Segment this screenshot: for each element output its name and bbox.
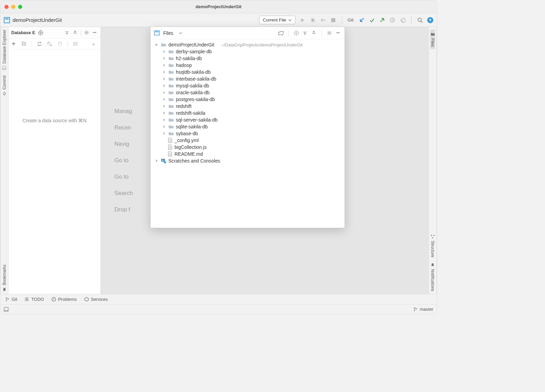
folder-icon <box>168 76 174 82</box>
refresh-icon[interactable] <box>37 41 42 47</box>
search-icon[interactable] <box>417 17 423 23</box>
chevron-right-icon[interactable] <box>162 77 166 81</box>
tree-folder[interactable]: h2-sakila-db <box>152 55 343 62</box>
run-button[interactable] <box>299 17 306 23</box>
chevron-right-icon[interactable] <box>162 84 166 87</box>
target-icon[interactable] <box>294 30 299 36</box>
chevron-right-icon[interactable] <box>162 50 166 53</box>
minimize-panel-icon[interactable] <box>92 30 98 36</box>
revert-icon[interactable] <box>400 17 406 23</box>
copy-icon[interactable] <box>22 41 27 47</box>
tree-folder[interactable]: oracle-sakila-db <box>152 89 343 96</box>
toolwin-services[interactable]: Services <box>84 297 108 302</box>
gear-icon[interactable] <box>327 30 332 36</box>
tree-folder[interactable]: redshift-sakila <box>152 110 343 116</box>
minimize-panel-icon[interactable] <box>336 30 341 36</box>
tree-folder[interactable]: mysql-sakila-db <box>152 82 343 89</box>
chevron-down-icon <box>288 18 292 22</box>
sidebar-item-label: Notifications <box>430 269 435 291</box>
toolwin-problems[interactable]: Problems <box>52 297 77 302</box>
tree-folder[interactable]: sybase-db <box>152 130 343 137</box>
right-stripe: Files Structure Notifications <box>429 27 437 294</box>
tree-file[interactable]: README.md <box>152 151 343 157</box>
chevron-right-icon[interactable] <box>162 104 166 108</box>
open-folder-icon[interactable] <box>278 30 284 36</box>
sidebar-item-notifications[interactable]: Notifications <box>430 263 435 291</box>
toolwin-todo[interactable]: TODO <box>25 297 44 302</box>
git-branch-widget[interactable]: master <box>413 307 433 312</box>
stop-button[interactable] <box>330 17 336 23</box>
collapse-icon[interactable] <box>73 30 78 36</box>
tree-folder[interactable]: sql-server-sakila-db <box>152 116 343 123</box>
tree-folder[interactable]: interbase-sakila-db <box>152 75 343 82</box>
project-name[interactable]: demoProjectUnderGit <box>13 17 62 23</box>
status-bar: master <box>0 304 437 314</box>
sidebar-item-bookmarks[interactable]: Bookmarks <box>2 265 7 291</box>
tree-file[interactable]: _config.yml <box>152 137 343 144</box>
more-icon[interactable]: » <box>92 41 98 47</box>
history-icon[interactable] <box>389 17 395 23</box>
warning-icon <box>52 297 56 302</box>
git-pull-icon[interactable] <box>359 17 365 23</box>
expand-icon[interactable] <box>303 30 308 36</box>
folder-icon <box>168 97 174 102</box>
git-commit-icon[interactable] <box>369 17 375 23</box>
run-config-dropdown[interactable]: Current File <box>259 16 295 24</box>
sidebar-item-structure[interactable]: Structure <box>430 235 435 257</box>
tree-folder[interactable]: sqlite-sakila-db <box>152 123 343 130</box>
sidebar-item-db-explorer[interactable]: Database Explorer <box>2 30 7 70</box>
table-icon[interactable] <box>73 41 78 47</box>
chevron-right-icon[interactable] <box>162 111 166 115</box>
status-left-icon[interactable] <box>4 307 9 312</box>
ide-update-icon[interactable] <box>427 17 433 23</box>
tree-folder[interactable]: derby-sample-db <box>152 48 343 55</box>
files-tree[interactable]: demoProjectUnderGit ~/DataGripProjects/d… <box>151 39 345 228</box>
chevron-right-icon[interactable] <box>162 64 166 67</box>
chevron-right-icon[interactable] <box>162 125 166 128</box>
toolwin-label: Git <box>12 297 17 302</box>
svg-point-7 <box>40 32 41 33</box>
tree-folder[interactable]: redshift <box>152 103 343 110</box>
bell-icon <box>431 263 435 267</box>
tree-folder[interactable]: hsqldb-sakila-db <box>152 69 343 75</box>
sidebar-item-files[interactable]: Files <box>430 30 435 49</box>
chevron-right-icon[interactable] <box>162 91 166 94</box>
tool-window-bar: Git TODO Problems Services <box>0 294 437 304</box>
sidebar-item-label: Database Explorer <box>2 30 7 64</box>
run-more-button[interactable] <box>320 17 326 23</box>
folder-icon <box>168 110 174 116</box>
folder-icon <box>168 62 174 68</box>
git-label: Git: <box>348 17 354 23</box>
tree-root[interactable]: demoProjectUnderGit ~/DataGripProjects/d… <box>152 41 343 48</box>
tree-label: derby-sample-db <box>176 49 212 54</box>
chevron-right-icon[interactable] <box>162 57 166 60</box>
collapse-icon[interactable] <box>311 30 317 36</box>
git-push-icon[interactable] <box>379 17 385 23</box>
chevron-right-icon[interactable] <box>155 159 159 163</box>
toolwin-git[interactable]: Git <box>5 297 17 302</box>
datasource-props-icon[interactable] <box>47 41 53 47</box>
sidebar-item-label: Commit <box>2 75 7 89</box>
tree-folder[interactable]: hadoop <box>152 62 343 69</box>
chevron-down-icon[interactable] <box>155 43 159 46</box>
tree-file[interactable]: bigCollection.js <box>152 144 343 151</box>
expand-icon[interactable] <box>65 30 70 36</box>
tree-scratches[interactable]: Scratches and Consoles <box>152 157 343 164</box>
sidebar-item-commit[interactable]: Commit <box>2 75 7 96</box>
debug-button[interactable] <box>310 17 316 23</box>
window-title: demoProjectUnderGit <box>0 4 437 9</box>
chevron-right-icon[interactable] <box>162 70 166 74</box>
chevron-right-icon[interactable] <box>162 98 166 101</box>
add-icon[interactable] <box>11 41 17 47</box>
target-icon[interactable] <box>38 30 43 36</box>
gear-icon[interactable] <box>84 30 89 36</box>
tree-root-path: ~/DataGripProjects/demoProjectUnderGit <box>221 42 303 47</box>
chevron-right-icon[interactable] <box>162 118 166 122</box>
chevron-right-icon[interactable] <box>162 132 166 135</box>
tree-label: postgres-sakila-db <box>176 97 215 102</box>
jump-to-query-icon[interactable] <box>57 41 63 47</box>
folder-icon <box>168 69 174 75</box>
chevron-down-icon[interactable] <box>179 31 182 35</box>
tree-label: hadoop <box>176 62 192 68</box>
tree-folder[interactable]: postgres-sakila-db <box>152 96 343 103</box>
